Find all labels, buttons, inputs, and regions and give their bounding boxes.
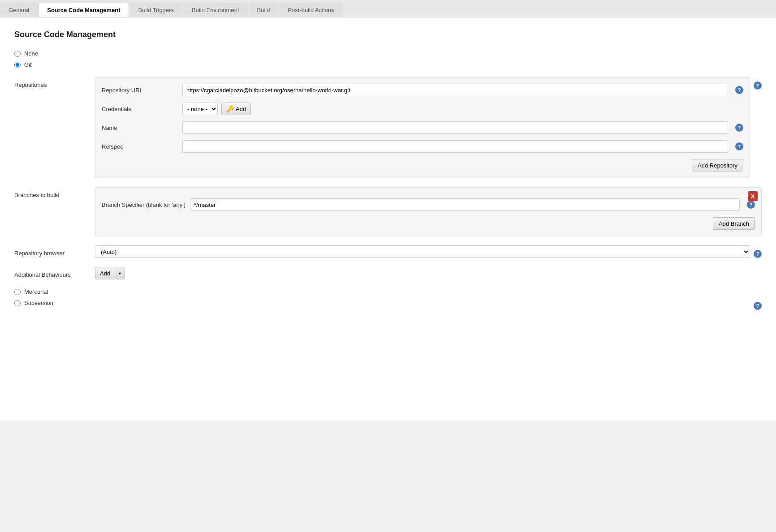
repository-url-input[interactable] bbox=[182, 84, 728, 96]
credentials-controls: - none - 🔑 Add bbox=[182, 103, 251, 115]
add-repository-btn-row: Add Repository bbox=[102, 159, 743, 172]
tab-build-triggers[interactable]: Build Triggers bbox=[130, 3, 182, 17]
tabs-bar: General Source Code Management Build Tri… bbox=[0, 0, 776, 17]
refspec-row: Refspec ? bbox=[102, 140, 743, 153]
name-help-icon[interactable]: ? bbox=[735, 124, 743, 132]
scm-option-git[interactable]: Git bbox=[14, 61, 762, 68]
repository-browser-select[interactable]: (Auto) bbox=[95, 245, 750, 258]
main-content: Source Code Management None Git Reposito… bbox=[0, 17, 776, 420]
refspec-label: Refspec bbox=[102, 143, 178, 150]
scm-option-mercurial[interactable]: Mercurial bbox=[14, 288, 762, 295]
repositories-box-wrapper: Repository URL ? Credentials - none - 🔑 … bbox=[95, 77, 762, 178]
credentials-select[interactable]: - none - bbox=[182, 103, 218, 115]
branches-section: Branches to build X Branch Specifier (bl… bbox=[14, 187, 762, 236]
tab-build[interactable]: Build bbox=[249, 3, 279, 17]
branch-specifier-input[interactable] bbox=[190, 198, 740, 211]
repository-browser-label: Repository browser bbox=[14, 245, 95, 257]
branch-specifier-help-icon[interactable]: ? bbox=[747, 201, 755, 209]
branch-specifier-row: Branch Specifier (blank for 'any') ? bbox=[102, 198, 755, 211]
radio-mercurial[interactable] bbox=[14, 289, 21, 295]
add-behaviours-dropdown[interactable]: Add ▾ bbox=[95, 267, 125, 279]
repositories-label: Repositories bbox=[14, 77, 95, 88]
scm-option-none[interactable]: None bbox=[14, 50, 762, 57]
name-input[interactable] bbox=[182, 121, 728, 134]
radio-git[interactable] bbox=[14, 62, 21, 68]
credentials-add-button[interactable]: 🔑 Add bbox=[221, 103, 251, 115]
repositories-section-help-icon[interactable]: ? bbox=[754, 82, 762, 90]
branches-content: X Branch Specifier (blank for 'any') ? A… bbox=[95, 187, 762, 236]
scm-mercurial-label: Mercurial bbox=[24, 288, 48, 295]
add-behaviours-button[interactable]: Add bbox=[95, 267, 115, 279]
credentials-row: Credentials - none - 🔑 Add bbox=[102, 103, 743, 115]
key-icon: 🔑 bbox=[226, 105, 234, 112]
additional-behaviours-label: Additional Behaviours bbox=[14, 267, 95, 278]
tab-build-environment[interactable]: Build Environment bbox=[183, 3, 248, 17]
add-branch-btn-row: Add Branch bbox=[102, 217, 755, 230]
repository-browser-section: Repository browser (Auto) ? bbox=[14, 245, 762, 258]
scm-git-label: Git bbox=[24, 61, 32, 68]
repository-url-help-icon[interactable]: ? bbox=[735, 86, 743, 94]
repositories-section: Repositories Repository URL ? Credential… bbox=[14, 77, 762, 178]
credentials-label: Credentials bbox=[102, 106, 178, 112]
refspec-help-icon[interactable]: ? bbox=[735, 142, 743, 150]
repositories-content: Repository URL ? Credentials - none - 🔑 … bbox=[95, 77, 750, 178]
additional-behaviours-section: Additional Behaviours Add ▾ bbox=[14, 267, 762, 279]
branch-specifier-label: Branch Specifier (blank for 'any') bbox=[102, 202, 185, 208]
delete-branch-button[interactable]: X bbox=[748, 191, 758, 201]
add-repository-button[interactable]: Add Repository bbox=[692, 159, 743, 172]
scm-none-label: None bbox=[24, 50, 38, 57]
tab-general[interactable]: General bbox=[0, 3, 38, 17]
repository-url-label: Repository URL bbox=[102, 87, 178, 94]
refspec-input[interactable] bbox=[182, 140, 728, 153]
tab-scm[interactable]: Source Code Management bbox=[39, 3, 129, 17]
scm-radio-group: None Git bbox=[14, 50, 762, 68]
name-label: Name bbox=[102, 124, 178, 131]
branches-label: Branches to build bbox=[14, 187, 95, 198]
scm-option-subversion[interactable]: Subversion bbox=[14, 300, 762, 306]
tab-post-build[interactable]: Post-build Actions bbox=[279, 3, 342, 17]
scm-more-radio-group: Mercurial Subversion bbox=[14, 288, 762, 306]
radio-subversion[interactable] bbox=[14, 300, 21, 306]
name-row: Name ? bbox=[102, 121, 743, 134]
scm-subversion-label: Subversion bbox=[24, 300, 53, 306]
subversion-help-icon[interactable]: ? bbox=[754, 302, 762, 310]
credentials-add-label: Add bbox=[236, 106, 246, 112]
radio-none[interactable] bbox=[14, 51, 21, 57]
branches-box-wrapper: X Branch Specifier (blank for 'any') ? A… bbox=[95, 187, 762, 236]
add-behaviours-arrow-button[interactable]: ▾ bbox=[115, 267, 125, 279]
repository-browser-box-wrapper: (Auto) ? bbox=[95, 245, 762, 258]
repository-browser-help-icon[interactable]: ? bbox=[754, 250, 762, 258]
page-title: Source Code Management bbox=[14, 30, 762, 39]
add-branch-button[interactable]: Add Branch bbox=[713, 217, 755, 230]
repository-url-row: Repository URL ? bbox=[102, 84, 743, 96]
